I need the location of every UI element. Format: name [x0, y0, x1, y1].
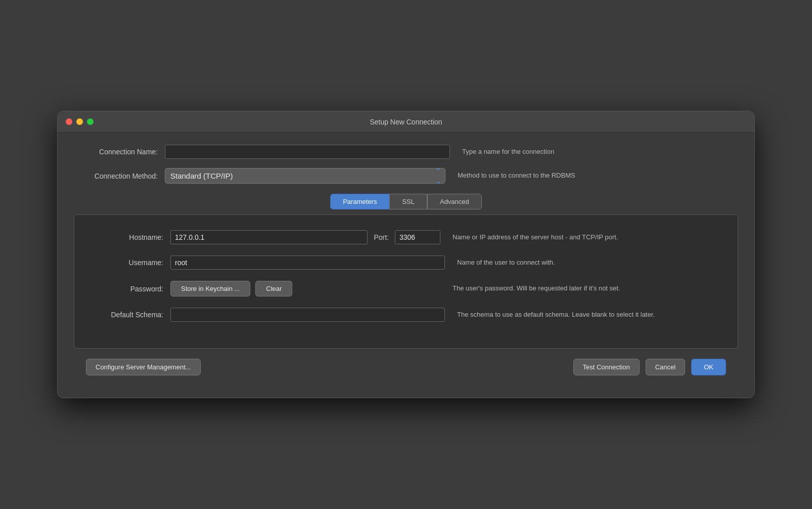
- port-input[interactable]: [395, 230, 440, 244]
- default-schema-label: Default Schema:: [89, 311, 170, 319]
- username-hint: Name of the user to connect with.: [457, 258, 723, 267]
- connection-method-wrapper: Standard (TCP/IP) ⌃⌄: [165, 168, 445, 184]
- password-hint: The user's password. Will be requested l…: [453, 284, 723, 293]
- hostname-input[interactable]: [170, 230, 368, 244]
- default-schema-row: Default Schema: The schema to use as def…: [74, 308, 738, 322]
- connection-method-hint: Method to use to connect to the RDBMS: [458, 171, 738, 180]
- titlebar: Setup New Connection: [58, 111, 754, 133]
- default-schema-input[interactable]: [170, 308, 445, 322]
- connection-method-row: Connection Method: Standard (TCP/IP) ⌃⌄ …: [74, 168, 738, 184]
- username-input[interactable]: [170, 256, 445, 270]
- clear-password-button[interactable]: Clear: [255, 281, 292, 296]
- connection-method-label: Connection Method:: [74, 172, 165, 180]
- tab-bar: Parameters SSL Advanced: [74, 194, 738, 209]
- ok-button[interactable]: OK: [691, 359, 726, 375]
- password-buttons-group: Store in Keychain ... Clear: [170, 281, 440, 296]
- password-label: Password:: [89, 285, 170, 293]
- default-schema-hint: The schema to use as default schema. Lea…: [457, 310, 723, 319]
- connection-name-label: Connection Name:: [74, 148, 165, 156]
- test-connection-button[interactable]: Test Connection: [573, 359, 640, 375]
- connection-method-select[interactable]: Standard (TCP/IP): [165, 168, 445, 184]
- window-title: Setup New Connection: [370, 118, 442, 126]
- connection-name-row: Connection Name: Type a name for the con…: [74, 145, 738, 159]
- username-row: Username: Name of the user to connect wi…: [74, 256, 738, 270]
- close-button[interactable]: [66, 118, 72, 125]
- maximize-button[interactable]: [87, 118, 94, 125]
- configure-server-button[interactable]: Configure Server Management...: [86, 359, 201, 375]
- tab-parameters[interactable]: Parameters: [330, 194, 389, 209]
- password-row: Password: Store in Keychain ... Clear Th…: [74, 281, 738, 296]
- hostname-label: Hostname:: [89, 233, 170, 241]
- footer-left: Configure Server Management...: [86, 359, 567, 375]
- minimize-button[interactable]: [76, 118, 83, 125]
- port-label: Port:: [374, 233, 389, 241]
- hostname-port-group: Port:: [170, 230, 440, 244]
- tab-advanced[interactable]: Advanced: [427, 194, 482, 209]
- dialog-content: Connection Name: Type a name for the con…: [58, 133, 754, 398]
- hostname-row: Hostname: Port: Name or IP address of th…: [74, 230, 738, 244]
- connection-name-hint: Type a name for the connection: [462, 147, 738, 156]
- parameters-panel: Hostname: Port: Name or IP address of th…: [74, 215, 738, 349]
- username-label: Username:: [89, 259, 170, 267]
- dialog-footer: Configure Server Management... Test Conn…: [74, 349, 738, 386]
- connection-name-input[interactable]: [165, 145, 450, 159]
- hostname-hint: Name or IP address of the server host - …: [453, 233, 723, 242]
- main-window: Setup New Connection Connection Name: Ty…: [57, 111, 755, 398]
- store-keychain-button[interactable]: Store in Keychain ...: [170, 281, 250, 296]
- window-controls: [66, 118, 94, 125]
- cancel-button[interactable]: Cancel: [646, 359, 685, 375]
- tab-ssl[interactable]: SSL: [389, 194, 427, 209]
- footer-right: Test Connection Cancel OK: [573, 359, 727, 375]
